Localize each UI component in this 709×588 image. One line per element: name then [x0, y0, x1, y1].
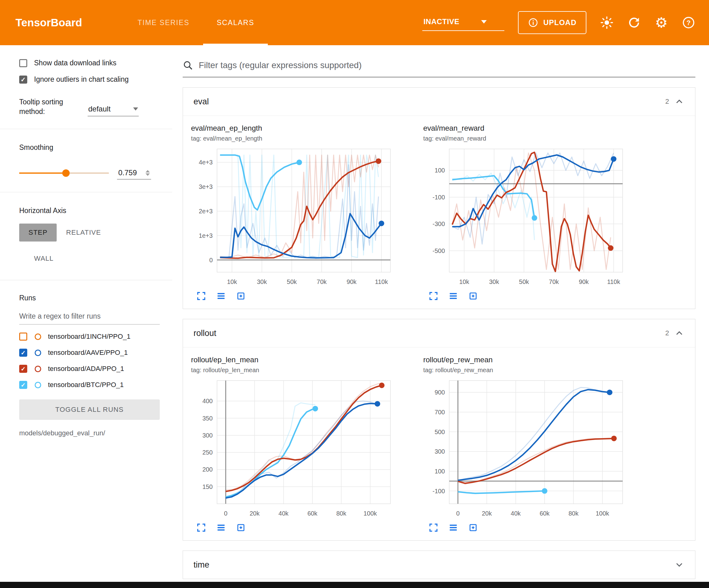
search-icon [183, 60, 193, 71]
stepper-up-icon[interactable] [146, 170, 150, 173]
line-chart-ep-len-mean[interactable]: 020k40k60k80k100k150200250300350400 [191, 376, 395, 521]
chevron-up-icon[interactable] [674, 328, 685, 338]
run-checkbox[interactable] [19, 333, 27, 340]
chart-title: rollout/ep_rew_mean [423, 355, 640, 364]
svg-text:10k: 10k [459, 278, 469, 285]
refresh-icon[interactable] [627, 16, 641, 29]
fit-to-data-icon[interactable] [236, 291, 246, 301]
chart-title: eval/mean_reward [423, 124, 640, 132]
section-title: eval [193, 97, 209, 106]
section-time-header[interactable]: time [183, 551, 695, 579]
section-count: 2 [665, 98, 669, 106]
run-label: tensorboard/BTC/PPO_1 [48, 381, 124, 389]
chevron-down-icon [481, 20, 487, 24]
section-eval-header[interactable]: eval 2 [183, 87, 695, 116]
expand-chart-icon[interactable] [428, 522, 439, 533]
axis-step-button[interactable]: STEP [19, 224, 57, 241]
status-label: INACTIVE [423, 17, 459, 26]
tooltip-sorting-label: Tooltip sorting method: [19, 97, 77, 117]
help-icon[interactable]: ? [682, 16, 695, 29]
smoothing-value-field[interactable]: 0.759 [117, 167, 151, 180]
expand-chart-icon[interactable] [196, 522, 207, 533]
run-row-btc[interactable]: tensorboard/BTC/PPO_1 [19, 381, 160, 389]
svg-text:-500: -500 [432, 248, 445, 254]
chart-title: eval/mean_ep_length [191, 124, 408, 132]
svg-text:20k: 20k [482, 510, 492, 517]
status-dropdown[interactable]: INACTIVE [422, 14, 504, 31]
run-checkbox[interactable] [19, 381, 27, 389]
ignore-outliers-checkbox[interactable] [19, 76, 27, 84]
chart-card-mean-reward: eval/mean_reward tag: eval/mean_reward 1… [423, 117, 640, 301]
svg-text:700: 700 [435, 409, 445, 415]
chevron-down-icon [133, 107, 138, 110]
ignore-outliers-label: Ignore outliers in chart scaling [34, 75, 129, 84]
settings-icon[interactable]: ⚙ [655, 16, 668, 29]
show-download-links-row[interactable]: Show data download links [19, 59, 160, 67]
svg-text:900: 900 [435, 389, 445, 396]
fit-to-data-icon[interactable] [468, 291, 478, 301]
brightness-icon[interactable] [600, 16, 614, 29]
data-table-icon[interactable] [448, 522, 458, 533]
svg-text:40k: 40k [279, 510, 289, 517]
run-label: tensorboard/AAVE/PPO_1 [48, 349, 128, 357]
chart-card-ep-len-mean: rollout/ep_len_mean tag: rollout/ep_len_… [191, 349, 408, 533]
tooltip-sorting-select[interactable]: default [88, 102, 139, 117]
smoothing-slider[interactable] [19, 173, 109, 174]
runs-filter-input[interactable] [19, 308, 160, 325]
svg-text:300: 300 [203, 432, 213, 439]
divider [0, 129, 172, 129]
show-download-links-checkbox[interactable] [19, 59, 27, 67]
run-color-swatch [35, 350, 41, 356]
expand-chart-icon[interactable] [428, 291, 439, 301]
line-chart-mean-reward[interactable]: 10k30k50k70k90k110k100-100-300-500 [423, 144, 628, 289]
run-row-aave[interactable]: tensorboard/AAVE/PPO_1 [19, 349, 160, 357]
svg-text:200: 200 [203, 466, 213, 473]
filter-tags-input[interactable] [199, 60, 695, 70]
smoothing-stepper[interactable] [146, 170, 150, 176]
run-row-ada[interactable]: tensorboard/ADA/PPO_1 [19, 365, 160, 373]
ignore-outliers-row[interactable]: Ignore outliers in chart scaling [19, 75, 160, 84]
expand-chart-icon[interactable] [196, 291, 207, 301]
horizontal-axis-label: Horizontal Axis [19, 207, 160, 215]
tab-scalars[interactable]: SCALARS [203, 0, 268, 45]
stepper-down-icon[interactable] [146, 173, 150, 176]
run-row-1inch[interactable]: tensorboard/1INCH/PPO_1 [19, 333, 160, 340]
chart-card-ep-rew-mean: rollout/ep_rew_mean tag: rollout/ep_rew_… [423, 349, 640, 533]
svg-text:80k: 80k [336, 510, 346, 517]
fit-to-data-icon[interactable] [468, 522, 478, 533]
tab-time-series[interactable]: TIME SERIES [124, 0, 203, 45]
run-checkbox[interactable] [19, 349, 27, 357]
svg-text:400: 400 [203, 398, 213, 404]
data-table-icon[interactable] [448, 291, 458, 301]
svg-text:100k: 100k [596, 510, 609, 517]
svg-text:90k: 90k [579, 278, 589, 285]
run-checkbox[interactable] [19, 365, 27, 373]
chevron-up-icon[interactable] [674, 96, 685, 107]
axis-wall-button[interactable]: WALL [25, 250, 63, 267]
chevron-down-icon[interactable] [674, 560, 685, 570]
svg-text:150: 150 [203, 483, 213, 490]
line-chart-mean-ep-length[interactable]: 10k30k50k70k90k110k01e+32e+33e+34e+3 [191, 144, 395, 289]
axis-relative-button[interactable]: RELATIVE [57, 224, 110, 241]
svg-text:-100: -100 [432, 488, 445, 494]
upload-button[interactable]: UPLOAD [518, 11, 586, 34]
run-label: tensorboard/ADA/PPO_1 [48, 365, 124, 373]
svg-text:20k: 20k [250, 510, 260, 517]
svg-text:350: 350 [203, 415, 213, 422]
app-title: TensorBoard [16, 0, 82, 45]
toggle-all-runs-button[interactable]: TOGGLE ALL RUNS [19, 400, 160, 420]
svg-text:100: 100 [435, 468, 445, 475]
tab-bar: TIME SERIES SCALARS [124, 0, 268, 45]
svg-text:110k: 110k [375, 278, 388, 285]
fit-to-data-icon[interactable] [236, 522, 246, 533]
window-bottom-edge [0, 582, 709, 588]
line-chart-ep-rew-mean[interactable]: 020k40k60k80k100k-100100300500700900 [423, 376, 628, 521]
section-eval: eval 2 eval/mean_ep_length tag: eval/mea… [183, 87, 695, 309]
main-content: eval 2 eval/mean_ep_length tag: eval/mea… [172, 45, 709, 582]
chart-tag: tag: rollout/ep_rew_mean [423, 366, 640, 374]
info-icon [528, 17, 539, 28]
data-table-icon[interactable] [216, 291, 226, 301]
smoothing-slider-knob[interactable] [62, 169, 70, 177]
section-rollout-header[interactable]: rollout 2 [183, 319, 695, 347]
data-table-icon[interactable] [216, 522, 226, 533]
